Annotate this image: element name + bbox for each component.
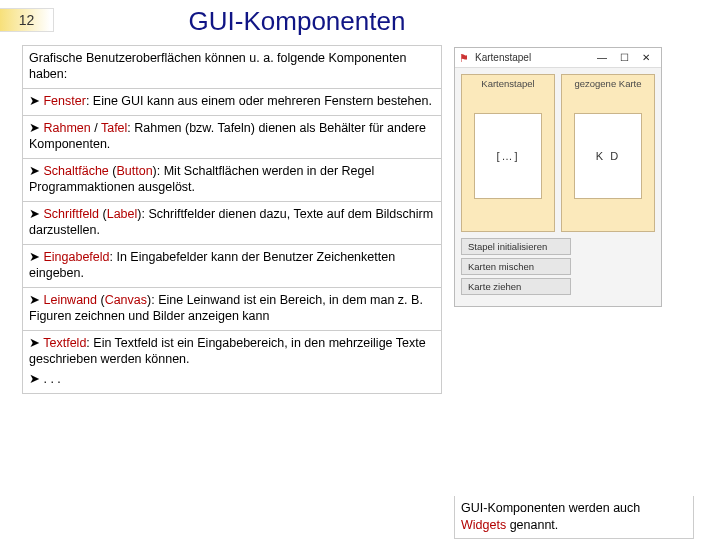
term-aka: Tafel [101,121,127,135]
bullet-icon: ➤ [29,293,40,307]
item-desc: : Eine GUI kann aus einem oder mehreren … [86,94,432,108]
maximize-icon[interactable]: ☐ [613,50,635,66]
term: Eingabefeld [43,250,109,264]
minimize-icon[interactable]: — [591,50,613,66]
init-stack-button[interactable]: Stapel initialisieren [461,238,571,255]
bullet-icon: ➤ [29,207,40,221]
panel-header: Kartenstapel [462,75,554,91]
caption-term: Widgets [461,518,506,532]
term: Leinwand [43,293,97,307]
term: Schriftfeld [43,207,99,221]
shuffle-button[interactable]: Karten mischen [461,258,571,275]
intro-text: Grafische Benutzeroberflächen können u. … [22,45,442,89]
ellipsis-item: ➤ . . . [29,372,61,386]
app-titlebar: ⚑ Kartenstapel — ☐ ✕ [455,48,661,68]
example-app-window: ⚑ Kartenstapel — ☐ ✕ Kartenstapel […] ge… [454,47,662,307]
term: Rahmen [43,121,90,135]
item-schaltflaeche: ➤ Schaltfäche (Button): Mit Schaltfläche… [22,159,442,202]
card-drawn: K D [574,113,642,199]
text-column: Grafische Benutzeroberflächen können u. … [22,45,442,540]
term-aka: Label [107,207,138,221]
slide-number: 12 [0,8,54,32]
item-leinwand: ➤ Leinwand (Canvas): Eine Leinwand ist e… [22,288,442,331]
bullet-icon: ➤ [29,121,40,135]
app-icon: ⚑ [459,52,471,64]
bullet-icon: ➤ [29,336,40,350]
bullet-icon: ➤ [29,94,40,108]
open: ( [97,293,105,307]
sep: / [91,121,101,135]
term: Schaltfäche [43,164,108,178]
item-eingabefeld: ➤ Eingabefeld: In Eingabefelder kann der… [22,245,442,288]
close-icon[interactable]: ✕ [635,50,657,66]
item-textfeld: ➤ Textfeld: Ein Textfeld ist ein Eingabe… [22,331,442,394]
bullet-icon: ➤ [29,164,40,178]
bullet-icon: ➤ [29,250,40,264]
app-panel-left: Kartenstapel […] [461,74,555,232]
page-title: GUI-Komponenten [54,6,720,37]
term-aka: Canvas [105,293,147,307]
figure-column: ⚑ Kartenstapel — ☐ ✕ Kartenstapel […] ge… [454,45,694,540]
caption: GUI-Komponenten werden auch Widgets gena… [454,496,694,539]
panel-header: gezogene Karte [562,75,654,91]
item-rahmen: ➤ Rahmen / Tafel: Rahmen (bzw. Tafeln) d… [22,116,442,159]
app-panel-right: gezogene Karte K D [561,74,655,232]
open: ( [99,207,107,221]
term: Fenster [43,94,85,108]
item-schriftfeld: ➤ Schriftfeld (Label): Schriftfelder die… [22,202,442,245]
app-title: Kartenstapel [475,52,591,63]
term-aka: Button [116,164,152,178]
draw-card-button[interactable]: Karte ziehen [461,278,571,295]
caption-post: genannt. [506,518,558,532]
item-desc: : Ein Textfeld ist ein Eingabebereich, i… [29,336,426,366]
caption-pre: GUI-Komponenten werden auch [461,501,640,515]
term: Textfeld [43,336,86,350]
card-stack: […] [474,113,542,199]
item-fenster: ➤ Fenster: Eine GUI kann aus einem oder … [22,89,442,116]
